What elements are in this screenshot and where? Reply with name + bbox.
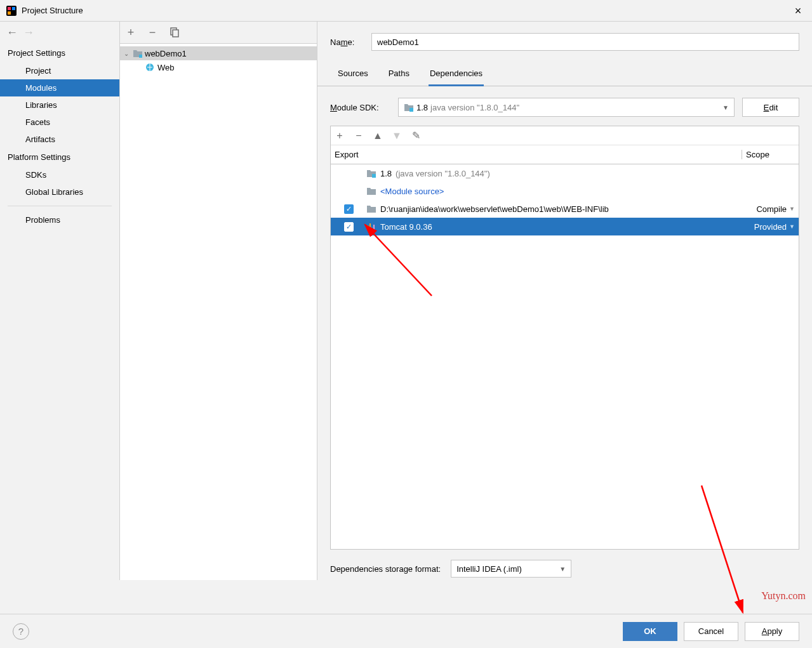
tab-dependencies[interactable]: Dependencies bbox=[429, 66, 484, 86]
dep-name: <Module source> bbox=[380, 187, 444, 196]
close-button[interactable]: × bbox=[790, 6, 806, 16]
header-export[interactable]: Export bbox=[331, 150, 369, 159]
dep-name: 1.8 bbox=[380, 169, 392, 178]
tree-node-label: webDemo1 bbox=[145, 49, 187, 58]
dep-toolbar: + − ▲ ▼ ✎ bbox=[331, 126, 799, 145]
storage-row: Dependencies storage format: IntelliJ ID… bbox=[317, 550, 812, 580]
dep-suffix: (java version "1.8.0_144") bbox=[396, 169, 490, 178]
add-module-button[interactable]: + bbox=[125, 27, 136, 38]
tree-node-web-label: Web bbox=[157, 63, 175, 72]
dep-row-lib-folder[interactable]: ✓ D:\ruanjian\idea\work\webservlet\webDe… bbox=[331, 200, 799, 218]
ok-button[interactable]: OK bbox=[623, 622, 677, 641]
dep-scope[interactable]: Provided bbox=[754, 222, 787, 232]
tree-node-web[interactable]: Web bbox=[120, 60, 317, 74]
move-down-button[interactable]: ▼ bbox=[392, 130, 402, 142]
export-checkbox[interactable]: ✓ bbox=[344, 222, 354, 232]
copy-module-button[interactable] bbox=[168, 27, 180, 38]
svg-rect-10 bbox=[368, 225, 369, 230]
remove-module-button[interactable]: − bbox=[147, 27, 158, 38]
dep-name: D:\ruanjian\idea\work\webservlet\webDemo… bbox=[380, 204, 609, 214]
svg-rect-6 bbox=[139, 55, 142, 58]
cancel-button[interactable]: Cancel bbox=[684, 622, 738, 641]
storage-label: Dependencies storage format: bbox=[330, 564, 441, 574]
tree-toolbar: + − bbox=[120, 22, 317, 44]
sdk-dropdown[interactable]: 1.8 java version "1.8.0_144" ▼ bbox=[398, 98, 735, 117]
library-icon bbox=[366, 222, 376, 231]
sidebar-item-sdks[interactable]: SDKs bbox=[0, 166, 119, 183]
module-source-icon bbox=[366, 187, 376, 195]
apply-button[interactable]: Apply bbox=[745, 622, 799, 641]
sdk-version: java version "1.8.0_144" bbox=[430, 103, 519, 112]
export-checkbox[interactable]: ✓ bbox=[344, 204, 354, 214]
svg-rect-1 bbox=[8, 7, 11, 10]
sdk-label: Module SDK: bbox=[330, 103, 390, 112]
name-label: Name: bbox=[330, 37, 365, 47]
tab-sources[interactable]: Sources bbox=[336, 66, 369, 86]
chevron-down-icon: ▼ bbox=[789, 223, 795, 230]
dep-row-sdk[interactable]: 1.8 (java version "1.8.0_144") bbox=[331, 164, 799, 182]
dep-scope[interactable]: Compile bbox=[756, 204, 787, 214]
app-icon bbox=[6, 6, 17, 16]
window-title: Project Structure bbox=[22, 6, 83, 15]
dep-row-tomcat[interactable]: ✓ Tomcat 9.0.36 Provided ▼ bbox=[331, 218, 799, 235]
sidebar-item-artifacts[interactable]: Artifacts bbox=[0, 131, 119, 148]
module-folder-icon bbox=[133, 49, 144, 58]
sdk-icon bbox=[366, 169, 376, 178]
svg-rect-9 bbox=[372, 174, 376, 178]
svg-rect-3 bbox=[12, 7, 15, 10]
tree-body: ⌄ webDemo1 Web bbox=[120, 44, 317, 77]
expander-icon[interactable]: ⌄ bbox=[124, 50, 133, 57]
dialog-buttons: OK Cancel Apply bbox=[623, 622, 799, 641]
name-row: Name: bbox=[317, 22, 812, 51]
edit-dep-button[interactable]: ✎ bbox=[411, 129, 421, 142]
svg-rect-12 bbox=[371, 227, 373, 230]
move-up-button[interactable]: ▲ bbox=[373, 130, 383, 142]
chevron-down-icon: ▼ bbox=[559, 565, 566, 572]
dep-row-module-source[interactable]: <Module source> bbox=[331, 182, 799, 200]
svg-rect-13 bbox=[373, 225, 375, 230]
dep-header: Export Scope bbox=[331, 145, 799, 164]
tab-bar: Sources Paths Dependencies bbox=[317, 51, 812, 86]
module-tree: + − ⌄ webDemo1 Web bbox=[120, 22, 317, 580]
edit-sdk-button[interactable]: Edit bbox=[742, 98, 799, 117]
sdk-row: Module SDK: 1.8 java version "1.8.0_144"… bbox=[317, 86, 812, 117]
header-scope[interactable]: Scope bbox=[742, 150, 799, 159]
sidebar-item-facets[interactable]: Facets bbox=[0, 114, 119, 131]
svg-rect-8 bbox=[409, 108, 413, 112]
tab-paths[interactable]: Paths bbox=[387, 66, 411, 86]
name-input[interactable] bbox=[371, 33, 799, 51]
dependencies-table: + − ▲ ▼ ✎ Export Scope 1.8 (java versi bbox=[330, 126, 799, 550]
separator bbox=[8, 206, 112, 206]
sidebar-item-modules[interactable]: Modules bbox=[0, 79, 119, 96]
web-facet-icon bbox=[145, 63, 157, 72]
storage-value: IntelliJ IDEA (.iml) bbox=[456, 564, 522, 574]
sidebar: ← → Project Settings Project Modules Lib… bbox=[0, 22, 120, 580]
svg-rect-5 bbox=[173, 30, 178, 37]
sidebar-item-project[interactable]: Project bbox=[0, 62, 119, 79]
sidebar-item-libraries[interactable]: Libraries bbox=[0, 96, 119, 114]
add-dep-button[interactable]: + bbox=[335, 130, 345, 142]
remove-dep-button[interactable]: − bbox=[354, 130, 364, 142]
details-panel: Name: Sources Paths Dependencies Module … bbox=[317, 22, 812, 580]
forward-button[interactable]: → bbox=[23, 26, 34, 39]
tree-node-root[interactable]: ⌄ webDemo1 bbox=[120, 46, 317, 60]
help-button[interactable]: ? bbox=[13, 623, 29, 640]
watermark: Yutyn.com bbox=[761, 590, 806, 602]
svg-rect-11 bbox=[369, 223, 371, 230]
dep-body: 1.8 (java version "1.8.0_144") <Module s… bbox=[331, 164, 799, 549]
bottom-bar: ? OK Cancel Apply bbox=[0, 614, 812, 648]
sdk-value: 1.8 bbox=[416, 103, 428, 112]
sidebar-item-global-libraries[interactable]: Global Libraries bbox=[0, 183, 119, 201]
title-bar: Project Structure × bbox=[0, 0, 812, 22]
category-project-settings: Project Settings bbox=[0, 44, 119, 62]
back-button[interactable]: ← bbox=[6, 26, 18, 39]
svg-rect-2 bbox=[8, 11, 11, 15]
nav-arrows: ← → bbox=[0, 22, 119, 44]
sidebar-item-problems[interactable]: Problems bbox=[0, 211, 119, 228]
folder-icon bbox=[366, 204, 376, 213]
chevron-down-icon: ▼ bbox=[722, 104, 729, 111]
storage-dropdown[interactable]: IntelliJ IDEA (.iml) ▼ bbox=[451, 560, 571, 578]
category-platform-settings: Platform Settings bbox=[0, 148, 119, 166]
chevron-down-icon: ▼ bbox=[789, 206, 795, 212]
dep-name: Tomcat 9.0.36 bbox=[380, 222, 432, 232]
